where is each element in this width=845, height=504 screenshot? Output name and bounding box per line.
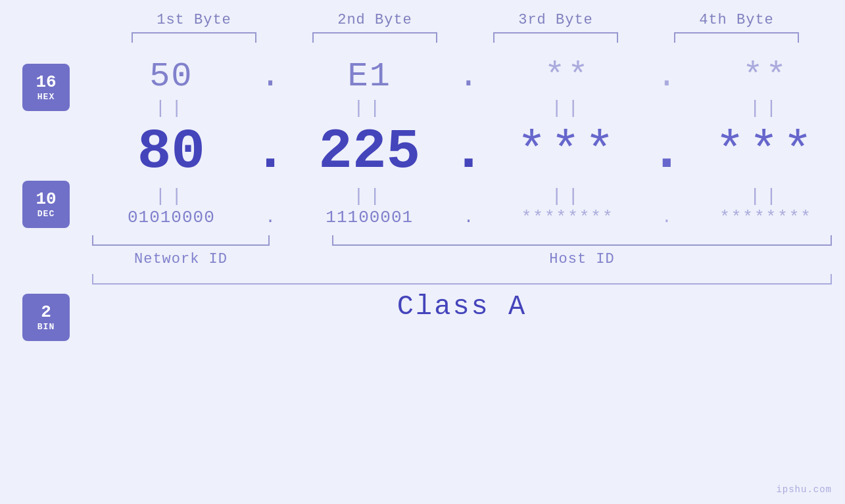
dec-v2: 225 <box>318 120 420 184</box>
bin-dot2: . <box>464 208 474 227</box>
hex-dot2: . <box>458 57 479 96</box>
eq2-3: || <box>495 186 640 206</box>
dec-v1: 80 <box>137 120 205 184</box>
watermark: ipshu.com <box>776 484 832 495</box>
hex-v1-cell: 50 <box>99 57 243 96</box>
dec-v2-cell: 225 <box>297 120 442 184</box>
top-bracket-2 <box>312 32 437 43</box>
bin-row: 01010000 . 11100001 . ******** . <box>92 208 845 227</box>
bin-v3: ******** <box>521 208 614 227</box>
hex-dot3: . <box>656 57 677 96</box>
byte3-header: 3rd Byte <box>483 12 628 28</box>
bin-badge-label: BIN <box>37 322 55 332</box>
bin-dot1-cell: . <box>257 208 283 227</box>
bin-v3-cell: ******** <box>495 208 640 227</box>
hex-dot2-cell: . <box>455 57 481 96</box>
dec-badge-num: 10 <box>36 190 56 209</box>
top-bracket-4 <box>674 32 799 43</box>
dec-badge: 10 DEC <box>22 181 70 228</box>
bin-dot1: . <box>265 208 276 227</box>
eq1-1: || <box>99 98 243 118</box>
byte4-header: 4th Byte <box>664 12 809 28</box>
dec-dot2: . <box>452 120 486 184</box>
eq2-4: || <box>694 186 838 206</box>
bin-v1: 01010000 <box>128 208 215 227</box>
dec-row: 80 . 225 . *** . *** <box>92 120 845 184</box>
class-label: Class A <box>92 291 832 323</box>
dec-badge-label: DEC <box>37 209 55 219</box>
hex-badge-num: 16 <box>36 73 56 92</box>
hex-dot1-cell: . <box>257 57 283 96</box>
dec-dot2-cell: . <box>455 120 481 184</box>
dec-dot1-cell: . <box>257 120 283 184</box>
dec-v1-cell: 80 <box>99 120 243 184</box>
hex-v1: 50 <box>149 57 193 96</box>
eq1-3: || <box>495 98 640 118</box>
dec-v3-cell: *** <box>495 124 640 180</box>
big-bottom-bracket <box>92 274 832 285</box>
network-id-label: Network ID <box>92 251 270 267</box>
eq2-1: || <box>99 186 243 206</box>
bin-v2-cell: 11100001 <box>297 208 442 227</box>
eq1-4: || <box>694 98 838 118</box>
byte-headers: 1st Byte 2nd Byte 3rd Byte 4th Byte <box>104 12 827 28</box>
eq-row-2: || || || || <box>92 184 845 208</box>
bottom-bracket-network <box>92 235 270 246</box>
top-bracket-3 <box>493 32 618 43</box>
id-labels-row: Network ID Host ID <box>92 251 845 267</box>
bin-v4: ******** <box>719 208 812 227</box>
hex-v4-cell: ** <box>694 57 838 96</box>
bin-badge: 2 BIN <box>22 294 70 341</box>
hex-row: 50 . E1 . ** . ** <box>92 57 845 96</box>
hex-v4: ** <box>742 57 788 96</box>
bottom-bracket-host <box>332 235 832 246</box>
values-area: 50 . E1 . ** . ** <box>92 51 845 323</box>
hex-dot3-cell: . <box>654 57 680 96</box>
host-id-label: Host ID <box>332 251 832 267</box>
bin-v1-cell: 01010000 <box>99 208 243 227</box>
bin-badge-num: 2 <box>41 303 51 322</box>
byte2-header: 2nd Byte <box>302 12 447 28</box>
hex-badge: 16 HEX <box>22 64 70 111</box>
dec-v4: *** <box>715 124 817 180</box>
badges-column: 16 HEX 10 DEC 2 BIN <box>0 51 92 341</box>
hex-v2-cell: E1 <box>297 57 442 96</box>
bin-v2: 11100001 <box>326 208 413 227</box>
top-bracket-1 <box>132 32 256 43</box>
dec-v4-cell: *** <box>694 124 838 180</box>
eq1-2: || <box>297 98 442 118</box>
top-brackets <box>104 32 827 43</box>
bin-v4-cell: ******** <box>694 208 838 227</box>
eq-row-1: || || || || <box>92 96 845 120</box>
hex-v2: E1 <box>348 57 391 96</box>
bin-dot2-cell: . <box>455 208 481 227</box>
dec-dot3-cell: . <box>654 120 680 184</box>
byte1-header: 1st Byte <box>122 12 266 28</box>
hex-v3-cell: ** <box>495 57 640 96</box>
bin-dot3: . <box>662 208 672 227</box>
dec-v3: *** <box>517 124 619 180</box>
dec-dot3: . <box>650 120 684 184</box>
bottom-brackets-row <box>92 235 845 246</box>
eq2-2: || <box>297 186 442 206</box>
hex-badge-label: HEX <box>37 92 55 102</box>
dec-dot1: . <box>253 120 287 184</box>
main-container: 1st Byte 2nd Byte 3rd Byte 4th Byte 16 H… <box>0 0 845 504</box>
bin-dot3-cell: . <box>654 208 680 227</box>
hex-v3: ** <box>544 57 591 96</box>
hex-dot1: . <box>260 57 280 96</box>
